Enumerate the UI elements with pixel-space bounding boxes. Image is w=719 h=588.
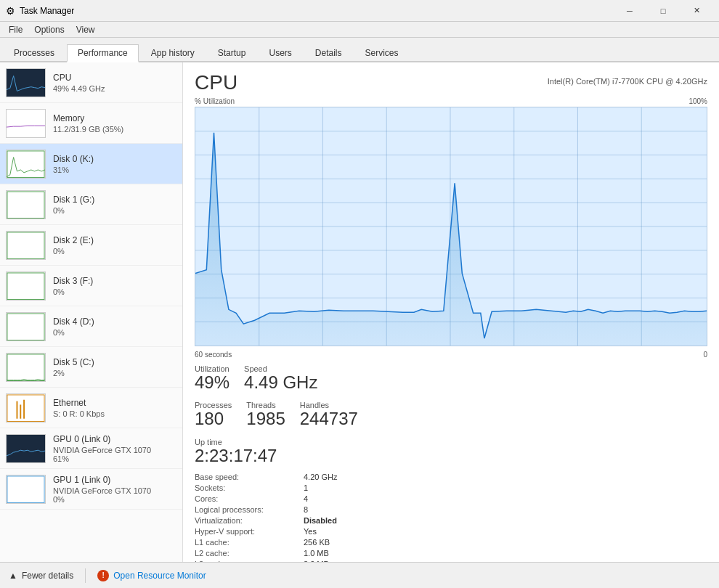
close-button[interactable]: ✕ [680,0,713,22]
app-icon: ⚙ [6,5,15,17]
speed-block: Speed 4.49 GHz [244,364,317,392]
svg-rect-20 [7,475,45,504]
svg-rect-6 [7,232,45,260]
tab-app-history[interactable]: App history [140,44,206,61]
utilization-block: Utilization 49% [195,364,229,392]
sidebar-item-disk4[interactable]: Disk 4 (D:) 0% [0,306,182,347]
util-value: 49% [195,373,229,392]
svg-rect-12 [7,354,45,382]
cpu-info: CPU 49% 4.49 GHz [53,73,176,93]
disk5-name: Disk 5 (C:) [53,357,176,367]
window-controls: ─ □ ✕ [613,0,713,22]
disk5-value: 2% [53,369,176,377]
main-content: CPU 49% 4.49 GHz Memory 11.2/31.9 GB (35… [0,62,719,562]
info-cores-key: Cores: [195,494,304,503]
chart-y-label: % Utilization [195,97,235,105]
menu-file[interactable]: File [3,23,28,36]
tab-processes[interactable]: Processes [3,44,65,61]
info-virt-val: Disabled [304,516,337,525]
svg-rect-4 [7,191,45,219]
minimize-button[interactable]: ─ [613,0,646,22]
tab-bar: Processes Performance App history Startu… [0,38,719,62]
disk3-value: 0% [53,287,176,296]
tab-details[interactable]: Details [304,44,353,61]
open-resource-monitor-link[interactable]: ! Open Resource Monitor [97,570,206,581]
disk4-name: Disk 4 (D:) [53,317,176,327]
info-l2-key: L2 cache: [195,549,304,558]
info-sockets-val: 1 [304,483,308,492]
disk5-thumb [6,353,46,382]
info-logical: Logical processors: 8 [195,505,337,514]
gpu0-info: GPU 0 (Link 0) NVIDIA GeForce GTX 107061… [53,434,176,463]
svg-rect-19 [7,435,45,463]
stats-row2: Processes 180 Threads 1985 Handles 24473… [195,401,707,428]
panel-title: CPU [195,71,237,94]
info-cores: Cores: 4 [195,494,337,503]
disk0-value: 31% [53,166,176,174]
sidebar-item-disk0[interactable]: Disk 0 (K:) 31% [0,144,182,184]
open-monitor-label: Open Resource Monitor [113,571,206,581]
stats-row1: Utilization 49% Speed 4.49 GHz [195,364,707,392]
fewer-details-label: Fewer details [22,571,73,581]
gpu1-info: GPU 1 (Link 0) NVIDIA GeForce GTX 10700% [53,475,176,504]
info-l2: L2 cache: 1.0 MB [195,549,337,558]
info-sockets-key: Sockets: [195,483,304,492]
tab-performance[interactable]: Performance [67,44,139,62]
fewer-details-link[interactable]: ▲ Fewer details [9,571,73,581]
sidebar-item-disk3[interactable]: Disk 3 (F:) 0% [0,266,182,306]
gpu0-thumb [6,434,46,463]
info-l3-val: 8.0 MB [304,560,329,562]
memory-value: 11.2/31.9 GB (35%) [53,125,176,134]
sidebar-item-gpu0[interactable]: GPU 0 (Link 0) NVIDIA GeForce GTX 107061… [0,428,182,469]
sidebar-item-disk2[interactable]: Disk 2 (E:) 0% [0,225,182,266]
gpu1-name: GPU 1 (Link 0) [53,475,176,485]
sidebar-item-disk1[interactable]: Disk 1 (G:) 0% [0,184,182,225]
memory-name: Memory [53,113,176,123]
info-l3-key: L3 cache: [195,560,304,562]
ethernet-info: Ethernet S: 0 R: 0 Kbps [53,398,176,418]
info-l2-val: 1.0 MB [304,549,329,558]
chevron-up-icon: ▲ [9,571,17,581]
info-logical-val: 8 [304,505,308,514]
info-cores-val: 4 [304,494,308,503]
sidebar-item-cpu[interactable]: CPU 49% 4.49 GHz [0,62,182,103]
disk5-info: Disk 5 (C:) 2% [53,357,176,377]
disk4-thumb [6,312,46,341]
resource-monitor-icon: ! [97,570,109,581]
tab-services[interactable]: Services [354,44,410,61]
panel-header: CPU Intel(R) Core(TM) i7-7700K CPU @ 4.2… [195,71,707,94]
sidebar-item-ethernet[interactable]: Ethernet S: 0 R: 0 Kbps [0,388,182,428]
memory-info: Memory 11.2/31.9 GB (35%) [53,113,176,134]
panel-subtitle: Intel(R) Core(TM) i7-7700K CPU @ 4.20GHz [548,77,707,86]
speed-value: 4.49 GHz [244,373,317,392]
svg-rect-10 [7,313,45,341]
threads-block: Threads 1985 [246,401,285,428]
menu-bar: File Options View [0,22,719,38]
maximize-button[interactable]: □ [646,0,680,22]
ethernet-name: Ethernet [53,398,176,408]
info-l1-key: L1 cache: [195,538,304,547]
chart-max-label: 100% [688,97,707,105]
uptime-label: Up time [195,438,707,446]
tab-startup[interactable]: Startup [207,44,257,61]
mem-thumb [6,109,46,138]
processes-value: 180 [195,409,232,428]
info-base-speed-key: Base speed: [195,473,304,481]
uptime-block: Up time 2:23:17:47 [195,438,707,465]
gpu0-name: GPU 0 (Link 0) [53,434,176,444]
tab-users[interactable]: Users [258,44,302,61]
info-virtualization: Virtualization: Disabled [195,516,337,525]
sidebar-item-memory[interactable]: Memory 11.2/31.9 GB (35%) [0,103,182,144]
sidebar-item-disk5[interactable]: Disk 5 (C:) 2% [0,347,182,388]
info-l1-val: 256 KB [304,538,330,547]
disk0-name: Disk 0 (K:) [53,154,176,164]
disk3-name: Disk 3 (F:) [53,276,176,286]
menu-options[interactable]: Options [28,23,70,36]
menu-view[interactable]: View [70,23,101,36]
disk2-name: Disk 2 (E:) [53,235,176,245]
disk1-value: 0% [53,206,176,215]
disk3-info: Disk 3 (F:) 0% [53,276,176,296]
info-l1: L1 cache: 256 KB [195,538,337,547]
gpu0-value: NVIDIA GeForce GTX 107061% [53,446,176,463]
sidebar-item-gpu1[interactable]: GPU 1 (Link 0) NVIDIA GeForce GTX 10700% [0,469,182,510]
